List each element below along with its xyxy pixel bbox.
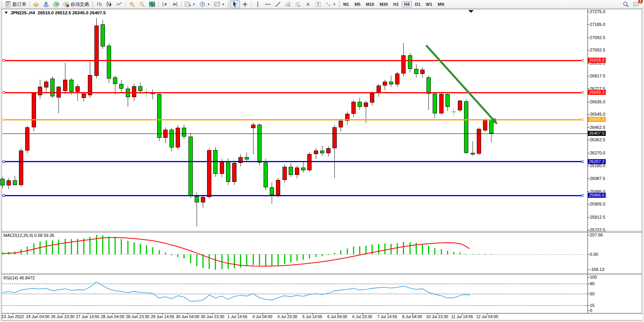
time-axis[interactable]	[2, 313, 642, 320]
timeframe-h4[interactable]: H4	[402, 1, 412, 7]
ohlc-readout: 26510.0 26512.5 26345.0 26407.5	[38, 10, 106, 15]
horizontal-line-icon	[265, 1, 271, 7]
search-icon	[623, 1, 629, 7]
bar-chart-icon	[96, 1, 102, 7]
text-label-icon: T	[315, 1, 321, 7]
timeframe-w1[interactable]: W1	[423, 1, 435, 7]
chart-shift-icon	[162, 1, 168, 7]
expert-advisor-button[interactable]	[51, 0, 61, 8]
arrows-tool-button[interactable]: ▼	[323, 0, 338, 8]
panel-splitter[interactable]	[2, 273, 642, 274]
autotrading-label: 自动交易	[70, 1, 89, 8]
chart-window[interactable]	[2, 9, 642, 320]
panel-splitter[interactable]	[2, 274, 642, 275]
cursor-tool-button[interactable]	[230, 0, 240, 8]
rsi-label: RSI(14) 45.8472	[3, 276, 35, 280]
zoom-out-icon	[139, 1, 145, 7]
channel-tool-button[interactable]: E	[283, 0, 293, 8]
candlestick-chart-button[interactable]	[104, 0, 114, 8]
text-tool-button[interactable]: A	[303, 0, 313, 8]
svg-text:E: E	[289, 5, 290, 7]
zoom-out-button[interactable]	[137, 0, 147, 8]
chart-shift-button[interactable]	[160, 0, 170, 8]
line-chart-button[interactable]	[114, 0, 124, 8]
zoom-in-button[interactable]	[127, 0, 137, 8]
timeframe-d1[interactable]: D1	[413, 1, 423, 7]
timeframe-group: M1M5M15M30H1H4D1W1MN	[341, 1, 447, 7]
indicators-button[interactable]: ▼	[183, 0, 197, 8]
svg-text:A: A	[307, 2, 310, 7]
auto-scroll-button[interactable]	[170, 0, 180, 8]
vertical-line-icon	[255, 1, 261, 7]
main-toolbar: 新订单 自动交易	[0, 0, 644, 9]
trendline-icon	[275, 1, 281, 7]
crosshair-icon	[242, 1, 248, 7]
fibonacci-icon: F	[295, 1, 301, 7]
crosshair-tool-button[interactable]	[240, 0, 250, 8]
zoom-in-icon	[129, 1, 135, 7]
timeframe-h1[interactable]: H1	[391, 1, 401, 7]
candlestick-chart-icon	[106, 1, 112, 7]
tile-windows-icon	[149, 1, 155, 7]
bar-chart-button[interactable]	[94, 0, 104, 8]
auto-scroll-icon	[172, 1, 178, 7]
new-order-label: 新订单	[12, 1, 26, 8]
indicators-icon	[185, 1, 191, 7]
cursor-icon	[232, 1, 238, 7]
one-click-collapse-icon[interactable]	[5, 12, 8, 14]
label-tool-button[interactable]: T	[313, 0, 323, 8]
notifications-button[interactable]: 1	[631, 0, 641, 8]
charts-profile-button[interactable]	[31, 0, 41, 8]
chart-shift-marker-icon[interactable]	[468, 10, 474, 13]
macd-label: MACD(12,26,9) 0.58 59.35	[3, 233, 54, 238]
indicators-caret: ▼	[192, 3, 195, 6]
timeframe-mn[interactable]: MN	[435, 1, 447, 7]
fibonacci-tool-button[interactable]: F	[293, 0, 303, 8]
data-window-icon	[43, 1, 49, 7]
search-button[interactable]	[621, 0, 631, 8]
data-window-button[interactable]	[41, 0, 51, 8]
toolbar-grip	[1, 1, 2, 7]
symbol-period-label: JPN225-,H4	[10, 10, 35, 15]
charts-profile-icon	[33, 1, 39, 7]
periods-clock-icon	[199, 1, 206, 7]
new-order-button[interactable]: 新订单	[3, 0, 28, 8]
equidistant-channel-icon: E	[285, 1, 291, 7]
autotrading-icon	[63, 1, 69, 7]
trendline-tool-button[interactable]	[273, 0, 283, 8]
vertical-line-tool-button[interactable]	[253, 0, 263, 8]
templates-icon	[214, 1, 220, 7]
chart-title-overlay: JPN225-,H4 26510.0 26512.5 26345.0 26407…	[5, 10, 106, 15]
horizontal-line-tool-button[interactable]	[263, 0, 273, 8]
svg-text:F: F	[299, 5, 300, 7]
timeframe-m1[interactable]: M1	[341, 1, 351, 7]
svg-text:T: T	[317, 2, 319, 7]
new-order-icon	[5, 1, 11, 7]
timeframe-m30[interactable]: M30	[377, 1, 390, 7]
panel-splitter[interactable]	[2, 231, 642, 231]
periods-button[interactable]: ▼	[197, 0, 212, 8]
trading-terminal-window: 新订单 自动交易	[0, 0, 644, 322]
arrows-icon	[325, 1, 331, 7]
autotrading-button[interactable]: 自动交易	[61, 0, 91, 8]
timeframe-m15[interactable]: M15	[363, 1, 376, 7]
line-chart-icon	[116, 1, 122, 7]
price-axis-separator	[587, 9, 588, 313]
panel-splitter[interactable]	[2, 232, 642, 233]
timeframe-m5[interactable]: M5	[352, 1, 363, 7]
expert-advisor-icon	[53, 1, 59, 7]
notification-badge: 1	[638, 0, 643, 3]
tile-windows-button[interactable]	[147, 0, 157, 8]
templates-button[interactable]: ▼	[212, 0, 227, 8]
text-icon: A	[305, 1, 311, 7]
